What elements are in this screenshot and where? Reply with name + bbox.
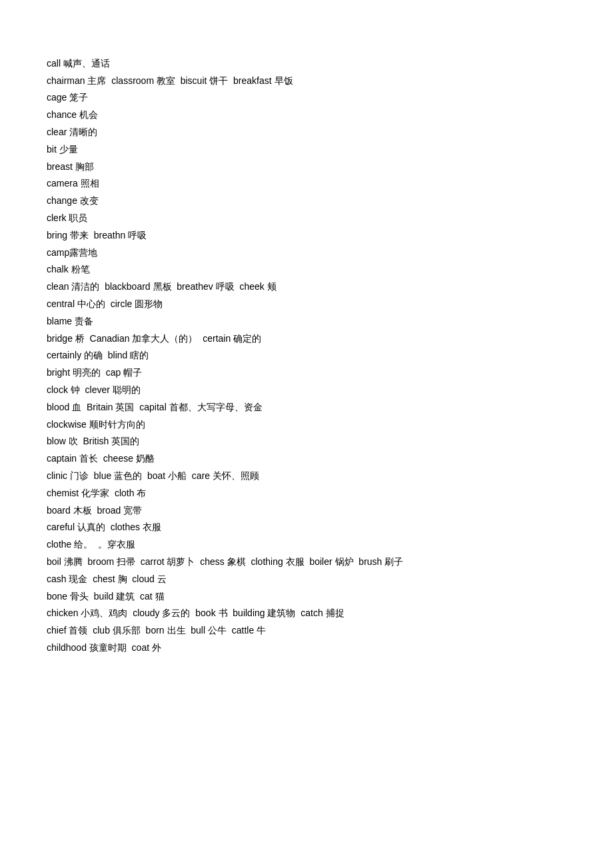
vocabulary-line: bit 少量 [47,142,566,158]
vocabulary-line: change 改变 [47,193,566,209]
vocabulary-line: careful 认真的 clothes 衣服 [47,520,566,536]
vocabulary-line: chemist 化学家 cloth 布 [47,486,566,502]
vocabulary-line: central 中心的 circle 圆形物 [47,296,566,312]
vocabulary-line: clock 钟 clever 聪明的 [47,382,566,398]
vocabulary-line: chance 机会 [47,107,566,123]
vocabulary-line: certainly 的确 blind 瞎的 [47,348,566,364]
vocabulary-line: chairman 主席 classroom 教室 biscuit 饼干 brea… [47,73,566,89]
vocabulary-line: call 喊声、通话 [47,56,566,72]
vocabulary-line: clockwise 顺时针方向的 [47,417,566,433]
vocabulary-line: camp露营地 [47,245,566,261]
vocabulary-line: bring 带来 breathn 呼吸 [47,228,566,244]
vocabulary-line: chief 首领 club 俱乐部 born 出生 bull 公牛 cattle… [47,623,566,639]
vocabulary-line: clerk 职员 [47,211,566,226]
vocabulary-line: boil 沸腾 broom 扫帚 carrot 胡萝卜 chess 象棋 clo… [47,554,566,570]
vocabulary-line: cage 笼子 [47,90,566,106]
vocabulary-line: clinic 门诊 blue 蓝色的 boat 小船 care 关怀、照顾 [47,468,566,484]
vocabulary-line: bone 骨头 build 建筑 cat 猫 [47,589,566,605]
vocabulary-line: clean 清洁的 blackboard 黑板 breathev 呼吸 chee… [47,279,566,295]
vocabulary-line: captain 首长 cheese 奶酪 [47,451,566,467]
vocabulary-line: chalk 粉笔 [47,262,566,278]
vocabulary-line: chicken 小鸡、鸡肉 cloudy 多云的 book 书 building… [47,606,566,622]
vocabulary-content: call 喊声、通话chairman 主席 classroom 教室 biscu… [47,40,566,656]
vocabulary-line: breast 胸部 [47,159,566,175]
vocabulary-line: blame 责备 [47,314,566,330]
vocabulary-line: blow 吹 British 英国的 [47,434,566,450]
vocabulary-line: blood 血 Britain 英国 capital 首都、大写字母、资金 [47,400,566,416]
vocabulary-line: clothe 给。 。穿衣服 [47,537,566,553]
vocabulary-line: childhood 孩童时期 coat 外 [47,640,566,656]
vocabulary-line: clear 清晰的 [47,125,566,141]
vocabulary-line: camera 照相 [47,176,566,192]
vocabulary-line: bright 明亮的 cap 帽子 [47,365,566,381]
vocabulary-line: bridge 桥 Canadian 加拿大人（的） certain 确定的 [47,331,566,347]
vocabulary-line: cash 现金 chest 胸 cloud 云 [47,572,566,588]
vocabulary-line: board 木板 broad 宽带 [47,503,566,519]
